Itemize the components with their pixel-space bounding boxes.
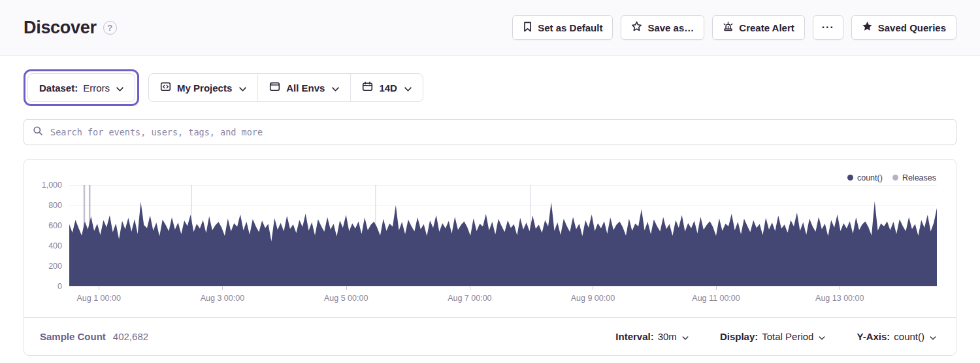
projects-dropdown[interactable]: My Projects: [149, 74, 257, 101]
header-actions: Set as Default Save as… Create Alert ···…: [512, 15, 956, 40]
interval-value: 30m: [658, 331, 677, 342]
y-axis-label: 600: [48, 221, 62, 230]
star-filled-icon: [862, 21, 873, 34]
star-outline-icon: [631, 21, 642, 34]
chart-panel: count() Releases 1,000 800 600 400 200 0: [24, 159, 956, 356]
display-value: Total Period: [762, 331, 813, 342]
count-series-dot-icon: [847, 175, 853, 181]
chart-footer: Sample Count 402,682 Interval: 30m Displ…: [24, 317, 956, 355]
y-axis-dropdown[interactable]: Y-Axis: count(): [853, 330, 940, 343]
x-axis-label: Aug 13 00:00: [815, 294, 864, 303]
search-icon: [33, 126, 43, 139]
releases-dot-icon: [892, 175, 898, 181]
x-axis-tick: [470, 286, 470, 290]
page-header: Discover ? Set as Default Save as… Creat…: [0, 0, 980, 56]
button-label: Set as Default: [538, 22, 602, 33]
window-icon: [269, 81, 280, 94]
button-label: Saved Queries: [878, 22, 946, 33]
chevron-down-icon: [116, 82, 123, 94]
button-label: Save as…: [647, 22, 694, 33]
plot-row: 1,000 800 600 400 200 0: [24, 185, 956, 286]
x-axis-tick: [716, 286, 717, 290]
interval-dropdown[interactable]: Interval: 30m: [612, 330, 693, 343]
display-dropdown[interactable]: Display: Total Period: [716, 330, 830, 343]
y-axis-label: 400: [48, 241, 62, 251]
dataset-dropdown[interactable]: Dataset: Errors: [27, 73, 135, 102]
chart-legend: count() Releases: [24, 160, 956, 185]
date-range-label: 14D: [379, 82, 397, 94]
button-label: Create Alert: [739, 22, 794, 33]
x-axis-tick: [593, 286, 593, 290]
y-axis-label-control: Y-Axis:: [857, 331, 890, 342]
x-axis-label: Aug 7 00:00: [448, 294, 491, 303]
saved-queries-button[interactable]: Saved Queries: [851, 15, 956, 40]
environments-dropdown[interactable]: All Envs: [257, 74, 350, 101]
chart-plot-area[interactable]: [69, 185, 937, 286]
y-axis: 1,000 800 600 400 200 0: [24, 185, 69, 286]
x-axis-tick: [99, 286, 99, 290]
calendar-icon: [362, 81, 373, 94]
chevron-down-icon: [930, 331, 936, 342]
x-axis-label: Aug 1 00:00: [76, 294, 120, 303]
bookmark-icon: [523, 22, 532, 34]
date-range-dropdown[interactable]: 14D: [350, 74, 423, 101]
search-input[interactable]: [49, 126, 947, 138]
legend-item-count[interactable]: count(): [847, 173, 883, 182]
set-as-default-button[interactable]: Set as Default: [512, 15, 613, 40]
page-title: Discover: [24, 18, 97, 38]
chevron-down-icon: [404, 82, 412, 94]
search-bar[interactable]: [24, 119, 956, 145]
chevron-down-icon: [332, 82, 339, 94]
y-axis-label: 0: [57, 282, 62, 291]
environments-label: All Envs: [286, 82, 325, 94]
dataset-value: Errors: [83, 82, 110, 94]
count-series-area: [69, 201, 937, 286]
x-axis: Aug 1 00:00 Aug 3 00:00 Aug 5 00:00 Aug …: [69, 286, 937, 317]
x-axis-label: Aug 3 00:00: [201, 294, 244, 303]
x-axis-label: Aug 5 00:00: [324, 294, 368, 303]
y-axis-label: 1,000: [42, 181, 62, 190]
display-label: Display:: [720, 331, 758, 342]
chart-controls: Interval: 30m Display: Total Period Y-Ax…: [612, 330, 940, 343]
legend-label: count(): [857, 173, 883, 182]
dataset-label: Dataset:: [39, 82, 78, 94]
x-axis-label: Aug 9 00:00: [571, 294, 615, 303]
x-axis-tick: [346, 286, 347, 290]
projects-label: My Projects: [177, 82, 232, 94]
sample-count-value: 402,682: [113, 331, 148, 342]
page-filter-group: My Projects All Envs 14D: [148, 73, 423, 102]
chevron-down-icon: [819, 331, 825, 342]
projects-icon: [160, 81, 171, 94]
create-alert-button[interactable]: Create Alert: [712, 15, 804, 40]
chevron-down-icon: [682, 331, 689, 342]
legend-item-releases[interactable]: Releases: [892, 173, 936, 182]
filter-row: Dataset: Errors My Projects All Envs 14D: [24, 69, 956, 106]
x-axis-tick: [840, 286, 840, 290]
count-series-svg: [69, 185, 937, 286]
sample-count: Sample Count 402,682: [40, 331, 148, 342]
y-axis-label: 800: [48, 201, 62, 210]
legend-label: Releases: [902, 173, 936, 182]
x-axis-label: Aug 11 00:00: [692, 294, 740, 303]
save-as-button[interactable]: Save as…: [621, 15, 704, 40]
ellipsis-icon: ···: [822, 22, 834, 33]
y-axis-label: 200: [48, 262, 62, 271]
discover-page: Discover ? Set as Default Save as… Creat…: [0, 0, 980, 356]
x-axis-tick: [222, 286, 223, 290]
help-icon[interactable]: ?: [103, 21, 117, 35]
title-wrap: Discover ?: [24, 18, 117, 38]
sample-count-label: Sample Count: [40, 331, 106, 342]
interval-label: Interval:: [615, 331, 653, 342]
siren-icon: [723, 21, 734, 34]
y-axis-value: count(): [894, 331, 924, 342]
more-options-button[interactable]: ···: [813, 15, 843, 40]
chevron-down-icon: [239, 82, 246, 94]
dataset-highlight-ring: Dataset: Errors: [24, 69, 139, 106]
